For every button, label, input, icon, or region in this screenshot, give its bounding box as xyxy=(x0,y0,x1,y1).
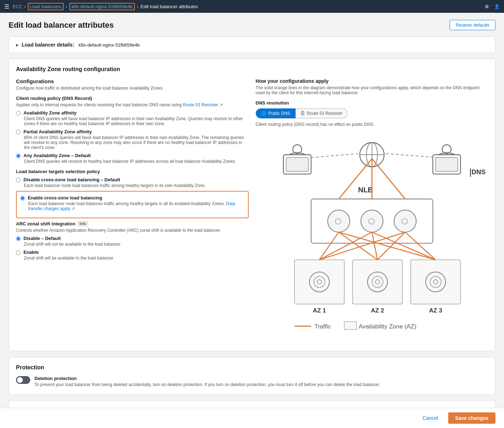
config-desc: Configure how traffic is distributed amo… xyxy=(16,86,249,91)
breadcrumb-load-balancers[interactable]: Load balancers xyxy=(28,3,64,10)
az-layout: Configurations Configure how traffic is … xyxy=(16,78,488,344)
svg-text:Availability Zone (AZ): Availability Zone (AZ) xyxy=(359,323,416,330)
radio-arc-enable-label: Enable xyxy=(23,250,39,255)
radio-disable-cross-zone-label: Disable cross-zone load balancing – Defa… xyxy=(23,177,120,182)
radio-enable-cross-zone: Enable cross-zone load balancing Each lo… xyxy=(20,195,244,211)
arc-zonal-label-row: ARC zonal shift integration Info xyxy=(16,221,249,226)
lb-details-name: k8s-default-nginx-51fb659e4b xyxy=(79,42,140,48)
deletion-protection-toggle[interactable] xyxy=(16,376,30,384)
save-changes-button[interactable]: Save changes xyxy=(448,412,495,424)
radio-partial-az-affinity-label: Partial Availability Zone affinity xyxy=(23,129,92,134)
client-routing-policy-desc: Applies only to internal requests for cl… xyxy=(16,102,249,107)
svg-point-2 xyxy=(293,145,302,154)
svg-line-37 xyxy=(319,232,338,260)
svg-line-13 xyxy=(386,154,438,157)
svg-line-41 xyxy=(372,232,377,260)
svg-rect-51 xyxy=(344,322,356,330)
radio-arc-enable-desc: Zonal shift will be available to the loa… xyxy=(24,256,249,261)
radio-partial-az-affinity-desc: 85% of client DNS queries will favor loa… xyxy=(24,135,249,150)
config-title: Configurations xyxy=(16,78,249,84)
page-title: Edit load balancer attributes xyxy=(9,21,114,30)
dns-tab-route53-label: Route 53 Resolver xyxy=(307,111,342,116)
route53-resolver-link[interactable]: Route 53 Resolver xyxy=(183,102,218,107)
route53-icon: 🗄 xyxy=(301,111,305,116)
footer-bar: Cancel Save changes xyxy=(0,408,504,428)
az-routing-card: Availability Zone routing configuration … xyxy=(9,59,495,351)
deletion-protection-label: Deletion protection xyxy=(35,376,380,381)
radio-az-affinity-input[interactable] xyxy=(16,111,21,116)
breadcrumb-ec2[interactable]: EC2 xyxy=(13,4,22,9)
cancel-button[interactable]: Cancel xyxy=(417,412,444,424)
svg-text:NLB: NLB xyxy=(358,186,373,194)
protection-title: Protection xyxy=(16,364,488,371)
radio-enable-cross-zone-desc: Each load balancer node load balances tr… xyxy=(28,201,244,211)
globe-icon: 🌐 xyxy=(261,111,266,116)
radio-arc-enable-input[interactable] xyxy=(16,250,21,255)
svg-line-40 xyxy=(319,232,372,260)
deletion-protection-row: Deletion protection To prevent your load… xyxy=(16,376,488,387)
radio-az-affinity-desc: Client DNS queries will favor load balan… xyxy=(24,116,249,126)
enable-cross-zone-highlight-box: Enable cross-zone load balancing Each lo… xyxy=(16,191,249,218)
radio-arc-enable: Enable Zonal shift will be available to … xyxy=(16,250,249,261)
radio-disable-cross-zone-input[interactable] xyxy=(16,178,21,182)
page-header: Edit load balancer attributes Restore de… xyxy=(9,20,495,30)
svg-text:⬡: ⬡ xyxy=(335,217,341,226)
arc-zonal-label: ARC zonal shift integration xyxy=(16,221,75,226)
deletion-protection-text: Deletion protection To prevent your load… xyxy=(35,376,380,387)
top-nav-left: ☰ EC2 › Load balancers › k8s-default-ngi… xyxy=(4,3,198,10)
radio-partial-az-affinity: Partial Availability Zone affinity 85% o… xyxy=(16,129,249,150)
arc-info-badge[interactable]: Info xyxy=(78,221,88,226)
main-content: Edit load balancer attributes Restore de… xyxy=(0,13,504,428)
radio-az-affinity: Availability Zone affinity Client DNS qu… xyxy=(16,110,249,126)
dns-resolution-title: DNS resolution xyxy=(256,100,488,106)
dns-note: Client routing policy (DNS record) has n… xyxy=(256,122,488,127)
radio-disable-cross-zone-desc: Each load balancer node load balances tr… xyxy=(24,183,249,188)
user-icon[interactable]: 👤 xyxy=(494,4,500,9)
svg-rect-27 xyxy=(410,260,460,304)
deletion-protection-desc: To prevent your load balancer from being… xyxy=(35,382,380,387)
svg-text:Traffic: Traffic xyxy=(314,323,331,330)
radio-arc-disable-input[interactable] xyxy=(16,236,21,241)
radio-any-az-input[interactable] xyxy=(16,154,21,158)
radio-any-az: Any Availability Zone – Default Client D… xyxy=(16,153,249,164)
diagram-title: How your configurations apply xyxy=(256,78,488,84)
radio-any-az-desc: Client DNS queries will resolve to healt… xyxy=(24,159,249,164)
dns-tab-public[interactable]: 🌐 Public DNS xyxy=(256,108,296,118)
svg-rect-26 xyxy=(352,260,402,304)
svg-rect-8 xyxy=(435,157,457,171)
deletion-protection-slider xyxy=(16,376,30,384)
svg-rect-1 xyxy=(286,157,308,171)
radio-arc-disable: Disable – Default Zonal shift will not b… xyxy=(16,236,249,247)
radio-partial-az-affinity-input[interactable] xyxy=(16,130,21,134)
svg-text:AZ 2: AZ 2 xyxy=(371,307,384,314)
svg-text:AZ 3: AZ 3 xyxy=(429,307,442,314)
architecture-diagram: DNS NLB ⬡ ⬡ ⬡ xyxy=(256,133,488,343)
radio-az-affinity-label: Availability Zone affinity xyxy=(23,110,76,116)
radio-enable-cross-zone-label: Enable cross-zone load balancing xyxy=(28,195,102,200)
client-routing-policy-label: Client routing policy (DNS Record) xyxy=(16,96,249,101)
radio-any-az-label: Any Availability Zone – Default xyxy=(23,153,91,158)
lb-details-card: ▶ Load balancer details: k8s-default-ngi… xyxy=(9,37,495,53)
radio-enable-cross-zone-input[interactable] xyxy=(20,196,25,200)
svg-text:AZ 1: AZ 1 xyxy=(313,307,326,314)
diagram-panel: How your configurations apply The solid … xyxy=(256,78,488,344)
svg-line-38 xyxy=(339,232,377,260)
dns-tab-route53[interactable]: 🗄 Route 53 Resolver xyxy=(296,108,348,118)
svg-text:⬡: ⬡ xyxy=(401,217,408,226)
top-nav-right: ⚙ 👤 xyxy=(485,4,500,9)
radio-arc-disable-label: Disable – Default xyxy=(23,236,61,241)
hamburger-menu-icon[interactable]: ☰ xyxy=(4,3,9,10)
lb-details-toggle[interactable]: ▶ Load balancer details: k8s-default-ngi… xyxy=(16,42,488,48)
svg-line-43 xyxy=(319,232,405,260)
svg-point-9 xyxy=(442,145,451,154)
diagram-container: DNS NLB ⬡ ⬡ ⬡ xyxy=(256,133,488,344)
breadcrumb-current: Edit load balancer attributes xyxy=(140,4,198,9)
expand-icon: ▶ xyxy=(16,43,19,47)
settings-icon[interactable]: ⚙ xyxy=(485,4,489,9)
svg-line-24 xyxy=(372,159,405,199)
config-panel: Configurations Configure how traffic is … xyxy=(16,78,249,344)
restore-defaults-button[interactable]: Restore defaults xyxy=(450,20,495,30)
breadcrumb-lb-id[interactable]: k8s-default-nginx-51fb659e4b xyxy=(69,3,135,10)
lb-details-label: Load balancer details: xyxy=(22,42,74,48)
diagram-desc: The solid orange lines in the diagram de… xyxy=(256,85,488,95)
